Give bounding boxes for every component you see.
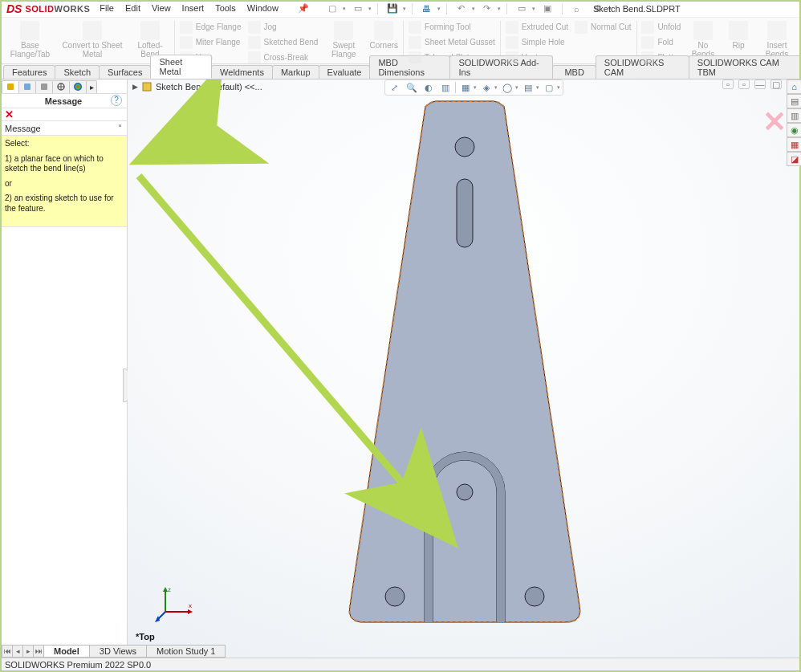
cmd-no-bends[interactable]: No Bends: [685, 19, 721, 60]
bottom-nav-first[interactable]: ⏮: [2, 645, 13, 658]
property-manager-close-row: ✕: [0, 108, 127, 121]
bottom-nav-last[interactable]: ⏭: [33, 645, 44, 658]
cmd-extruded-cut[interactable]: Extruded Cut: [504, 20, 570, 35]
cmd-forming-tool[interactable]: Forming Tool: [407, 20, 497, 35]
cmd-simple-hole[interactable]: Simple Hole: [504, 35, 570, 50]
cmd-normal-cut[interactable]: Normal Cut: [573, 20, 633, 35]
brand-works: WORKS: [55, 4, 91, 14]
svg-line-12: [144, 128, 212, 158]
qat-redo-button[interactable]: ↷: [478, 2, 496, 16]
help-icon[interactable]: ?: [111, 95, 122, 106]
qat-print-button[interactable]: 🖶: [418, 2, 436, 16]
menu-bar: File Edit View Insert Tools Window 📌: [100, 3, 309, 14]
qat-select-button[interactable]: ▭: [513, 2, 531, 16]
cmd-jog[interactable]: Jog: [246, 20, 320, 35]
bottom-tab-motion-study[interactable]: Motion Study 1: [146, 645, 226, 658]
hud-view-settings-icon[interactable]: ▢: [542, 81, 556, 94]
menu-edit[interactable]: Edit: [125, 3, 140, 14]
cmd-miter-flange[interactable]: Miter Flange: [178, 35, 243, 50]
tab-features[interactable]: Features: [3, 65, 55, 79]
taskpane-appearances-icon[interactable]: ▦: [787, 137, 801, 152]
taskpane-home-icon[interactable]: ⌂: [787, 79, 801, 94]
hud-display-style-icon[interactable]: ▦: [458, 81, 473, 94]
hud-scene-icon[interactable]: ▤: [521, 81, 535, 94]
tab-sketch[interactable]: Sketch: [55, 65, 100, 79]
hud-zoom-fit-icon[interactable]: ⤢: [388, 81, 402, 94]
taskpane-view-palette-icon[interactable]: ◉: [787, 123, 801, 137]
svg-point-11: [525, 587, 544, 606]
cmd-insert-bends[interactable]: Insert Bends: [756, 19, 798, 60]
menu-view[interactable]: View: [152, 3, 171, 14]
fm-tab-display-mgr-icon[interactable]: [69, 80, 87, 93]
doc-win-btn-1[interactable]: ▫: [722, 79, 734, 89]
menu-insert[interactable]: Insert: [182, 3, 205, 14]
logo-ds-icon: DS: [6, 2, 22, 15]
qat-open-button[interactable]: ▭: [349, 2, 367, 16]
confirmation-cancel-icon[interactable]: ✕: [762, 105, 787, 139]
message-section-header[interactable]: Message ˄: [0, 121, 127, 136]
qat-save-button[interactable]: 💾: [384, 2, 401, 16]
breadcrumb[interactable]: ▶ Sketch Bend (Default) <<...: [132, 81, 262, 92]
cmd-corners[interactable]: Corners: [366, 19, 401, 52]
cmd-convert-sheet-metal[interactable]: Convert to Sheet Metal: [57, 19, 128, 60]
tab-evaluate[interactable]: Evaluate: [319, 65, 371, 79]
cmd-cross-break[interactable]: Cross-Break: [246, 51, 320, 64]
bottom-tab-model[interactable]: Model: [43, 645, 90, 658]
qat-new-button[interactable]: ▢: [323, 2, 341, 16]
status-bar: SOLIDWORKS Premium 2022 SP0.0: [0, 658, 801, 672]
qat-options-button[interactable]: ⌕: [568, 2, 586, 16]
doc-win-minimize[interactable]: —: [754, 79, 766, 89]
doc-win-btn-2[interactable]: ▫: [738, 79, 750, 89]
bottom-nav-next[interactable]: ▸: [22, 645, 34, 658]
tab-mbd[interactable]: MBD: [552, 65, 596, 79]
taskpane-custom-props-icon[interactable]: ◪: [787, 152, 801, 166]
view-orientation-label: *Top: [136, 632, 155, 641]
breadcrumb-expand-icon[interactable]: ▶: [132, 83, 138, 91]
part-model[interactable]: [332, 99, 597, 629]
message-section-body: Select: 1) a planar face on which to ske…: [0, 136, 127, 227]
taskpane-resources-icon[interactable]: ▤: [787, 94, 801, 108]
hud-appearance-icon[interactable]: ◯: [500, 81, 514, 94]
fm-tab-feature-tree-icon[interactable]: [2, 80, 19, 93]
hud-prev-view-icon[interactable]: ◐: [421, 81, 436, 94]
qat-rebuild-button[interactable]: ▣: [539, 2, 556, 16]
cmd-fold[interactable]: Fold: [640, 35, 684, 50]
menu-tools[interactable]: Tools: [215, 3, 236, 14]
quick-access-toolbar: ▢▾ ▭▾ 💾▾ 🖶▾ ↶▾ ↷▾ ▭▾ ▣ ⌕ ⚙▾: [323, 2, 612, 16]
menu-window[interactable]: Window: [247, 3, 279, 14]
fm-tab-config-mgr-icon[interactable]: [35, 80, 53, 93]
hud-section-icon[interactable]: ▥: [438, 81, 453, 94]
bottom-nav-prev[interactable]: ◂: [12, 645, 23, 658]
property-manager-pane: ▸ Message ? ✕ Message ˄ Select: 1) a pla…: [0, 79, 128, 658]
hud-hide-show-icon[interactable]: ◈: [479, 81, 494, 94]
cmd-edge-flange[interactable]: Edge Flange: [178, 20, 243, 35]
graphics-view[interactable]: ▶ Sketch Bend (Default) <<... ⤢ 🔍 ◐ ▥ ▦▾…: [128, 79, 801, 658]
cmd-sheet-metal-gusset[interactable]: Sheet Metal Gusset: [407, 35, 497, 50]
menu-file[interactable]: File: [100, 3, 114, 14]
hud-zoom-area-icon[interactable]: 🔍: [405, 81, 419, 94]
fm-tab-property-mgr-icon[interactable]: [18, 80, 36, 93]
tab-weldments[interactable]: Weldments: [211, 65, 273, 79]
svg-marker-21: [155, 616, 160, 622]
fm-tab-dim-mgr-icon[interactable]: [52, 80, 70, 93]
cmd-rip[interactable]: Rip: [721, 19, 756, 52]
tab-sw-addins[interactable]: SOLIDWORKS Add-Ins: [449, 55, 553, 79]
taskpane-design-library-icon[interactable]: ▥: [787, 108, 801, 123]
qat-undo-button[interactable]: ↶: [453, 2, 470, 16]
manager-tab-strip: ▸: [0, 79, 127, 94]
cmd-unfold[interactable]: Unfold: [640, 20, 684, 35]
doc-win-restore[interactable]: ▢: [771, 79, 782, 89]
pin-menu-icon[interactable]: 📌: [298, 3, 309, 14]
tab-sheet-metal[interactable]: Sheet Metal: [150, 55, 212, 79]
workspace: ▸ Message ? ✕ Message ˄ Select: 1) a pla…: [0, 79, 801, 658]
cmd-base-flange[interactable]: Base Flange/Tab: [3, 19, 57, 60]
cmd-swept-flange[interactable]: Swept Flange: [321, 19, 366, 60]
fm-tab-overflow-icon[interactable]: ▸: [86, 80, 97, 93]
bottom-tab-3d-views[interactable]: 3D Views: [89, 645, 147, 658]
tab-markup[interactable]: Markup: [272, 65, 319, 79]
cancel-button[interactable]: ✕: [5, 108, 14, 120]
tab-surfaces[interactable]: Surfaces: [99, 65, 151, 79]
tab-sw-cam-tbm[interactable]: SOLIDWORKS CAM TBM: [689, 55, 801, 79]
cmd-sketched-bend[interactable]: Sketched Bend: [246, 35, 320, 50]
view-triad[interactable]: z x: [153, 584, 201, 624]
